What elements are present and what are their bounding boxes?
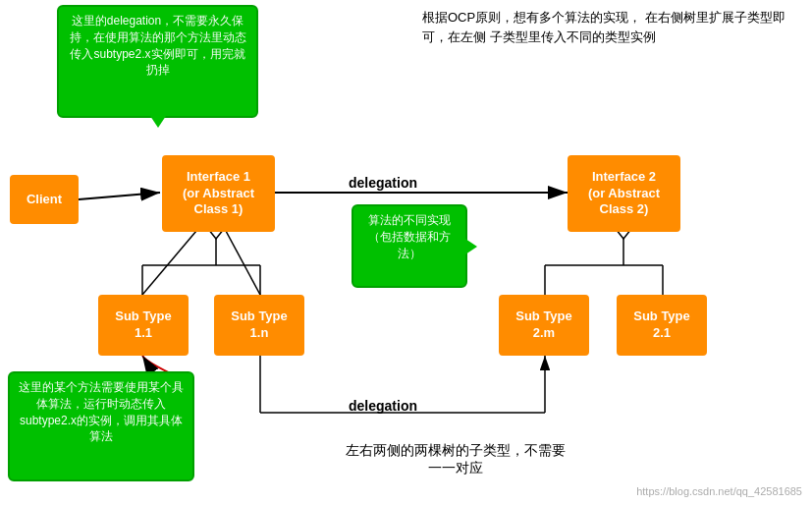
diagram-area: 根据OCP原则，想有多个算法的实现， 在右侧树里扩展子类型即可，在左侧 子类型里… <box>0 0 812 505</box>
callout-top-left: 这里的delegation，不需要永久保持，在使用算法的那个方法里动态传入sub… <box>57 5 258 118</box>
delegation-label-bottom: delegation <box>349 398 417 414</box>
callout-bottom-left: 这里的某个方法需要使用某个具体算法，运行时动态传入subtype2.x的实例，调… <box>8 371 194 481</box>
subtype1n-box: Sub Type1.n <box>214 295 304 356</box>
subtype2m-box: Sub Type2.m <box>499 295 589 356</box>
svg-line-5 <box>226 231 260 295</box>
watermark: https://blog.csdn.net/qq_42581685 <box>636 485 802 497</box>
client-box: Client <box>10 175 79 224</box>
subtype21-box: Sub Type2.1 <box>617 295 707 356</box>
interface2-box: Interface 2(or AbstractClass 2) <box>568 155 680 232</box>
subtype11-box: Sub Type1.1 <box>98 295 189 356</box>
callout-middle: 算法的不同实现（包括数据和方法） <box>352 204 467 288</box>
bottom-center-text: 左右两侧的两棵树的子类型，不需要一一对应 <box>196 442 714 477</box>
delegation-label-top: delegation <box>349 175 417 191</box>
top-right-text: 根据OCP原则，想有多个算法的实现， 在右侧树里扩展子类型即可，在左侧 子类型里… <box>422 8 802 46</box>
interface1-box: Interface 1(or AbstractClass 1) <box>162 155 275 232</box>
svg-line-2 <box>79 193 160 199</box>
svg-line-4 <box>142 231 196 295</box>
